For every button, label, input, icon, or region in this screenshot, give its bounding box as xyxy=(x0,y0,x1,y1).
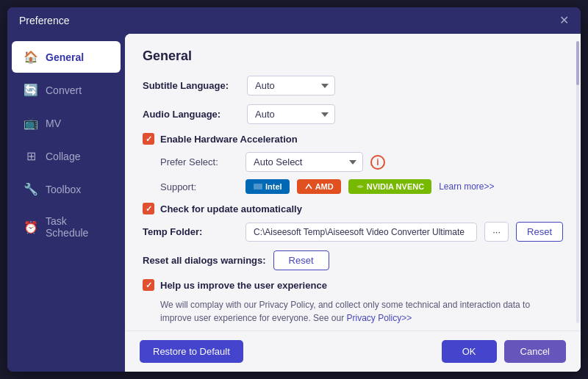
toolbox-icon: 🔧 xyxy=(24,182,38,196)
check-update-checkbox[interactable] xyxy=(143,203,154,214)
sidebar-label-convert: Convert xyxy=(46,84,82,96)
temp-folder-path: C:\Aiseesoft Temp\Aiseesoft Video Conver… xyxy=(245,223,477,242)
help-improve-label: Help us improve the user experience xyxy=(160,280,327,291)
content-title: General xyxy=(143,48,563,64)
convert-icon: 🔄 xyxy=(24,83,38,97)
sidebar-item-task-schedule[interactable]: ⏰ Task Schedule xyxy=(12,206,121,248)
prefer-select-row: Prefer Select: Auto Select Intel AMD NVI… xyxy=(160,152,563,172)
dialog-body: 🏠 General 🔄 Convert 📺 MV ⊞ Collage 🔧 Too… xyxy=(7,34,581,372)
sidebar-item-toolbox[interactable]: 🔧 Toolbox xyxy=(12,173,121,205)
hardware-acceleration-row: Enable Hardware Acceleration xyxy=(143,133,563,145)
support-row: Support: Intel AMD NVIDIA NVENC xyxy=(160,179,563,194)
audio-language-select[interactable]: Auto English Chinese xyxy=(247,104,335,124)
subtitle-language-label: Subtitle Language: xyxy=(143,80,238,91)
restore-default-button[interactable]: Restore to Default xyxy=(140,340,243,363)
svg-rect-0 xyxy=(254,184,262,190)
title-bar: Preference ✕ xyxy=(7,7,581,34)
home-icon: 🏠 xyxy=(24,50,38,64)
sidebar-label-mv: MV xyxy=(46,118,61,129)
help-description: We will complay with our Privacy Policy,… xyxy=(160,298,563,325)
reset-all-button[interactable]: Reset xyxy=(273,250,329,270)
reset-all-dialogs-row: Reset all dialogs warnings: Reset xyxy=(143,250,563,270)
schedule-icon: ⏰ xyxy=(24,220,38,234)
scrollbar-thumb[interactable] xyxy=(576,41,579,85)
support-label: Support: xyxy=(160,181,238,192)
reset-all-dialogs-label: Reset all dialogs warnings: xyxy=(143,255,266,266)
browse-button[interactable]: ··· xyxy=(484,222,509,242)
audio-language-row: Audio Language: Auto English Chinese xyxy=(143,104,563,124)
check-update-row: Check for update automatically xyxy=(143,203,563,214)
sidebar-label-toolbox: Toolbox xyxy=(46,184,81,195)
reset-temp-button[interactable]: Reset xyxy=(516,222,563,242)
check-update-label: Check for update automatically xyxy=(160,203,302,214)
help-text-block: We will complay with our Privacy Policy,… xyxy=(143,298,563,325)
chip-intel: Intel xyxy=(245,179,290,194)
privacy-policy-link[interactable]: Privacy Policy>> xyxy=(346,313,412,323)
temp-folder-row: Temp Folder: C:\Aiseesoft Temp\Aiseesoft… xyxy=(143,222,563,242)
help-improve-row: Help us improve the user experience xyxy=(143,279,563,291)
sidebar: 🏠 General 🔄 Convert 📺 MV ⊞ Collage 🔧 Too… xyxy=(7,34,125,372)
mv-icon: 📺 xyxy=(24,116,38,130)
sidebar-label-task-schedule: Task Schedule xyxy=(46,215,109,239)
prefer-select-dropdown[interactable]: Auto Select Intel AMD NVIDIA NVENC xyxy=(245,152,363,172)
dialog-footer: Restore to Default OK Cancel xyxy=(125,331,581,372)
temp-folder-label: Temp Folder: xyxy=(143,226,238,237)
chip-nvidia: NVIDIA NVENC xyxy=(348,179,431,194)
content-area: General Subtitle Language: Auto English … xyxy=(125,34,581,331)
sidebar-label-collage: Collage xyxy=(46,151,80,162)
sidebar-item-general[interactable]: 🏠 General xyxy=(12,41,121,73)
collage-icon: ⊞ xyxy=(24,149,38,163)
learn-more-link[interactable]: Learn more>> xyxy=(439,181,494,192)
help-improve-checkbox[interactable] xyxy=(143,279,154,291)
action-buttons: OK Cancel xyxy=(442,340,566,363)
prefer-section: Prefer Select: Auto Select Intel AMD NVI… xyxy=(143,152,563,194)
subtitle-language-select[interactable]: Auto English Chinese xyxy=(247,76,335,95)
hardware-acceleration-checkbox[interactable] xyxy=(143,133,154,145)
hardware-acceleration-label: Enable Hardware Acceleration xyxy=(160,134,298,145)
dialog-title: Preference xyxy=(19,15,69,26)
scrollbar-track xyxy=(576,41,579,323)
info-icon[interactable]: i xyxy=(370,155,385,170)
ok-button[interactable]: OK xyxy=(442,340,497,363)
sidebar-item-convert[interactable]: 🔄 Convert xyxy=(12,74,121,106)
sidebar-item-mv[interactable]: 📺 MV xyxy=(12,107,121,139)
close-button[interactable]: ✕ xyxy=(559,15,569,26)
chip-amd: AMD xyxy=(297,179,341,194)
prefer-select-label: Prefer Select: xyxy=(160,156,238,167)
audio-language-label: Audio Language: xyxy=(143,109,238,120)
subtitle-language-row: Subtitle Language: Auto English Chinese xyxy=(143,76,563,95)
cancel-button[interactable]: Cancel xyxy=(504,340,566,363)
sidebar-item-collage[interactable]: ⊞ Collage xyxy=(12,140,121,172)
sidebar-label-general: General xyxy=(46,51,84,63)
preference-dialog: Preference ✕ 🏠 General 🔄 Convert 📺 MV ⊞ … xyxy=(7,7,581,372)
